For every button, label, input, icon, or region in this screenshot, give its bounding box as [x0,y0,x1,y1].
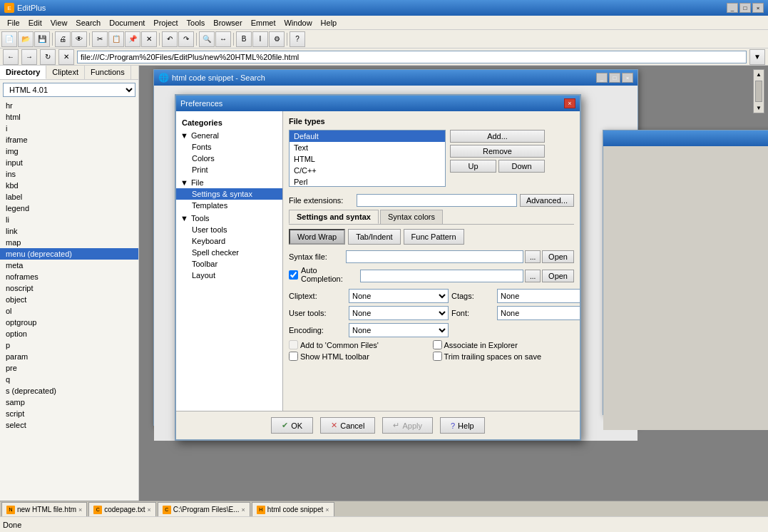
apply-button[interactable]: ↵ Apply [382,417,433,434]
close-button[interactable]: × [752,3,764,13]
list-item[interactable]: option [0,328,138,339]
menu-view[interactable]: View [46,17,72,29]
menu-edit[interactable]: Edit [24,17,46,29]
menu-file[interactable]: File [3,17,24,29]
tab-syntax-colors[interactable]: Syntax colors [380,210,443,224]
category-toolbar[interactable]: Toolbar [176,258,282,270]
list-item[interactable]: param [0,351,138,362]
tab-close-3[interactable]: × [325,506,329,513]
category-file[interactable]: ▼ File [176,177,282,188]
scroll-thumb[interactable] [755,81,762,102]
category-general[interactable]: ▼ General [176,130,282,141]
list-item[interactable]: meta [0,260,138,271]
ok-button[interactable]: ✔ OK [271,417,313,434]
search-win-minimize[interactable]: _ [596,73,608,83]
redo-button[interactable]: ↷ [178,31,194,47]
list-item[interactable]: input [0,157,138,168]
sidebar-dropdown[interactable]: HTML 4.01 [3,83,135,97]
list-item[interactable]: ins [0,168,138,180]
syntax-file-input[interactable] [346,250,523,263]
menu-browser[interactable]: Browser [209,17,246,29]
syntax-open-button[interactable]: Open [542,250,574,263]
scroll-down-arrow[interactable]: ▼ [754,103,763,113]
tab-indent-button[interactable]: Tab/Indent [348,229,400,245]
save-button[interactable]: 💾 [34,31,50,47]
italic-button[interactable]: I [252,31,268,47]
help-button[interactable]: ? [290,31,305,47]
maximize-button[interactable]: □ [739,3,751,13]
auto-completion-browse-button[interactable]: ... [525,270,541,282]
filetype-text[interactable]: Text [290,142,445,153]
auto-completion-input[interactable] [360,270,523,282]
category-templates[interactable]: Templates [176,200,282,211]
back-button[interactable]: ← [3,49,19,65]
menu-help[interactable]: Help [317,17,342,29]
copy-button[interactable]: 📋 [108,31,124,47]
list-item[interactable]: p [0,339,138,351]
menu-search[interactable]: Search [71,17,105,29]
ctags-select[interactable]: None [497,289,580,303]
address-input[interactable] [77,51,747,63]
open-button[interactable]: 📂 [18,31,34,47]
cut-button[interactable]: ✂ [92,31,108,47]
tab-program-files[interactable]: C C:\Program Files\E... × [158,502,250,516]
list-item[interactable]: select [0,419,138,431]
filetype-default[interactable]: Default [290,131,445,142]
file-extensions-input[interactable] [357,194,517,207]
list-item[interactable]: s (deprecated) [0,385,138,397]
list-item[interactable]: link [0,225,138,237]
category-spell-checker[interactable]: Spell checker [176,247,282,258]
add-filetype-button[interactable]: Add... [450,130,545,143]
down-filetype-button[interactable]: Down [498,160,545,173]
encoding-select[interactable]: None [349,323,449,337]
user-tools-select[interactable]: None [349,306,449,320]
filetype-perl[interactable]: Perl [290,176,445,187]
trim-trailing-checkbox[interactable] [433,352,442,361]
auto-completion-open-button[interactable]: Open [542,270,574,282]
filetype-cpp[interactable]: C/C++ [290,165,445,176]
filetypes-list[interactable]: Default Text HTML C/C++ Perl [289,130,446,187]
search-win-maximize[interactable]: □ [609,73,620,83]
sidebar-tab-directory[interactable]: Directory [0,66,46,79]
tab-new-html[interactable]: N new HTML file.htm × [1,502,87,516]
minimize-button[interactable]: _ [727,3,738,13]
menu-project[interactable]: Project [149,17,182,29]
print-button[interactable]: 🖨 [55,31,71,47]
category-colors[interactable]: Colors [176,153,282,164]
new-button[interactable]: 📄 [1,31,17,47]
scroll-up-arrow[interactable]: ▲ [754,70,763,79]
search-win-close[interactable]: × [622,73,633,83]
list-item[interactable]: script [0,408,138,419]
paste-button[interactable]: 📌 [125,31,140,47]
list-item[interactable]: label [0,191,138,203]
list-item[interactable]: kbd [0,180,138,191]
refresh-button[interactable]: ↻ [40,49,56,65]
func-pattern-button[interactable]: Func Pattern [404,229,464,245]
delete-button[interactable]: ✕ [141,31,157,47]
up-filetype-button[interactable]: Up [450,160,496,173]
tab-close-2[interactable]: × [242,506,245,513]
category-tools[interactable]: ▼ Tools [176,213,282,224]
preferences-close-button[interactable]: × [564,98,575,108]
list-item[interactable]: img [0,145,138,157]
sidebar-tab-functions[interactable]: Functions [85,66,131,79]
list-item[interactable]: q [0,374,138,385]
auto-completion-checkbox[interactable] [289,270,298,280]
scroll-indicator[interactable]: ▲ ▼ [753,69,764,113]
filetype-html[interactable]: HTML [290,153,445,165]
word-wrap-button[interactable]: Word Wrap [289,229,345,245]
bold-button[interactable]: B [236,31,252,47]
tab-codepage[interactable]: C codepage.txt × [88,502,156,516]
list-item[interactable]: li [0,214,138,225]
forward-button[interactable]: → [21,49,37,65]
list-item[interactable]: html [0,111,138,123]
tab-close-1[interactable]: × [148,506,151,513]
list-item[interactable]: map [0,237,138,248]
tools-button[interactable]: ⚙ [269,31,285,47]
category-settings-syntax[interactable]: Settings & syntax [176,188,282,200]
tab-html-snippet[interactable]: H html code snippet × [252,502,334,516]
list-item[interactable]: noscript [0,282,138,294]
category-layout[interactable]: Layout [176,270,282,281]
addr-go-button[interactable]: ▼ [749,49,765,65]
tab-close-0[interactable]: × [78,506,82,513]
